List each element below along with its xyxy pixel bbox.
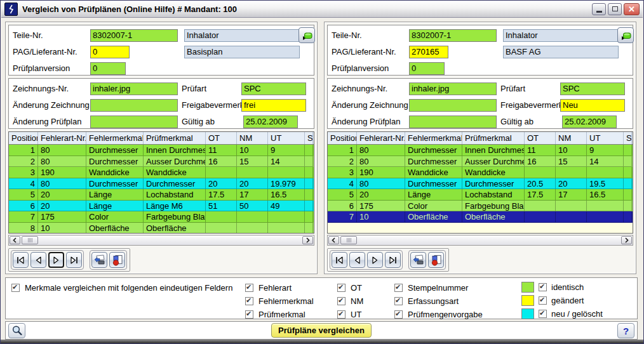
nav-first-button[interactable] — [332, 252, 347, 268]
gueltig-field[interactable]: 25.02.2009 — [243, 116, 298, 128]
nav-previous-button[interactable] — [349, 252, 365, 268]
scroll-left-button[interactable] — [328, 236, 339, 244]
scroll-right-button[interactable] — [621, 236, 632, 244]
search-button[interactable] — [8, 323, 25, 338]
field-checkbox[interactable] — [245, 310, 253, 319]
aenderung-zeichnung-field[interactable] — [90, 99, 178, 112]
column-header[interactable]: Position — [9, 132, 38, 144]
pruefart-field[interactable]: SPC — [241, 83, 306, 95]
table-row[interactable]: 520LängeLochabstand17.51716.5 — [328, 189, 633, 201]
field-checkbox[interactable] — [245, 297, 253, 305]
column-header[interactable]: OT — [206, 132, 237, 144]
table-row[interactable]: 3190WanddickeWanddicke — [9, 167, 314, 178]
column-header[interactable]: Fehlermerkmal — [86, 132, 144, 144]
help-button[interactable]: ? — [617, 323, 634, 338]
table-row[interactable]: 810OberflächeOberfläche — [9, 223, 314, 234]
gueltig-field[interactable]: 25.02.2009 — [562, 116, 617, 128]
compare-field-option: Erfassungsart — [394, 294, 483, 308]
table-cell: 6 — [328, 201, 357, 212]
pag-nr-field[interactable]: 0 — [90, 46, 130, 58]
column-header[interactable]: Position — [328, 132, 357, 144]
field-checkbox[interactable] — [394, 284, 403, 292]
column-header[interactable]: OT — [525, 132, 556, 144]
column-header[interactable]: Prüfmerkmal — [462, 132, 525, 144]
scroll-left-button[interactable] — [10, 236, 20, 244]
table-cell — [268, 211, 305, 223]
column-header[interactable]: S — [305, 132, 313, 144]
version-field[interactable]: 0 — [409, 62, 445, 75]
print-button[interactable] — [91, 252, 107, 268]
scrollbar-thumb[interactable] — [340, 236, 357, 244]
field-checkbox[interactable] — [337, 284, 345, 292]
table-row[interactable]: 3190WanddickeWanddicke — [328, 167, 633, 178]
close-button[interactable]: ✕ — [624, 3, 640, 15]
field-checkbox[interactable] — [337, 297, 345, 305]
open-plan-button[interactable] — [299, 27, 315, 43]
field-checkbox[interactable] — [394, 310, 403, 319]
column-header[interactable]: NM — [556, 132, 587, 144]
horizontal-scrollbar[interactable] — [8, 235, 314, 246]
table-cell: Durchmesser — [86, 145, 144, 156]
table-row[interactable]: 480DurchmesserDurchmesser20.52019.5 — [328, 178, 633, 190]
table-row[interactable]: 6175ColorFarbgebung Blau — [328, 201, 633, 212]
maximize-button[interactable] — [608, 3, 622, 15]
compare-plans-button[interactable]: Prüfpläne vergleichen — [271, 323, 372, 338]
zeichnung-field[interactable]: inhaler.jpg — [90, 83, 178, 95]
table-row[interactable]: 620LängeLänge M6515049 — [9, 201, 314, 212]
table-row[interactable]: 7175ColorFarbgebung Blau — [9, 211, 314, 223]
minimize-button[interactable] — [592, 3, 606, 15]
table-row[interactable]: 480DurchmesserDurchmesser202019.979 — [9, 178, 314, 190]
table-row[interactable]: 180DurchmesserInnen Durchmesser11109 — [9, 145, 314, 156]
chevron-right-icon — [305, 237, 310, 243]
field-checkbox[interactable] — [337, 310, 345, 319]
export-button[interactable] — [428, 252, 444, 268]
nav-next-button[interactable] — [367, 252, 383, 268]
freigabe-field[interactable]: Neu — [560, 99, 625, 112]
export-button[interactable] — [109, 252, 125, 268]
aenderung-zeichnung-field[interactable] — [409, 99, 497, 112]
table-row[interactable]: 280DurchmesserAusser Durchmesser161514 — [9, 156, 314, 168]
legend-checkbox[interactable] — [539, 283, 547, 291]
column-header[interactable]: UT — [587, 132, 624, 144]
nav-last-button[interactable] — [385, 252, 401, 268]
aenderung-pruefplan-field[interactable] — [409, 116, 497, 128]
legend-checkbox[interactable] — [539, 310, 547, 318]
title-bar[interactable]: Vergleich von Prüfplänen (Online Hilfe) … — [1, 1, 643, 18]
table-row[interactable]: 520LängeLochabstand17.51716.5 — [9, 189, 314, 201]
column-header[interactable]: Fehlerart-Nr. — [357, 132, 405, 144]
teile-nr-field[interactable]: 8302007-1 — [409, 29, 497, 42]
column-header[interactable]: Fehlerart-Nr. — [38, 132, 86, 144]
previous-record-icon — [352, 256, 362, 265]
legend-checkbox[interactable] — [539, 296, 547, 305]
field-checkbox[interactable] — [245, 284, 253, 292]
table-cell — [268, 167, 305, 178]
column-header[interactable]: Fehlermerkmal — [405, 132, 462, 144]
version-field[interactable]: 0 — [90, 62, 126, 75]
compare-fields-checkbox[interactable] — [11, 284, 20, 292]
nav-first-button[interactable] — [13, 252, 29, 268]
pruefart-field[interactable]: SPC — [560, 83, 625, 95]
column-header[interactable]: Prüfmerkmal — [144, 132, 206, 144]
nav-previous-button[interactable] — [30, 252, 46, 268]
teile-nr-field[interactable]: 8302007-1 — [90, 29, 178, 42]
scrollbar-thumb[interactable] — [22, 236, 38, 244]
field-checkbox[interactable] — [394, 297, 403, 305]
pag-nr-field[interactable]: 270165 — [409, 46, 448, 58]
column-header[interactable]: S — [624, 132, 632, 144]
freigabe-field[interactable]: frei — [241, 99, 306, 112]
nav-last-button[interactable] — [66, 252, 82, 268]
table-row[interactable]: 180DurchmesserInnen Durchmesser11109 — [328, 145, 633, 156]
zeichnung-field[interactable]: inhaler.jpg — [409, 83, 497, 95]
table-row[interactable]: 280DurchmesserAusser Durchmesser161514 — [328, 156, 633, 168]
table-cell: 9 — [587, 145, 624, 156]
nav-next-button[interactable] — [48, 252, 64, 268]
scroll-right-button[interactable] — [302, 236, 313, 244]
open-plan-button[interactable] — [617, 27, 634, 43]
column-header[interactable]: NM — [237, 132, 268, 144]
aenderung-pruefplan-field[interactable] — [90, 116, 178, 128]
maximize-icon — [612, 6, 618, 11]
horizontal-scrollbar[interactable] — [327, 235, 633, 246]
column-header[interactable]: UT — [268, 132, 305, 144]
print-button[interactable] — [410, 252, 426, 268]
table-row[interactable]: 710OberflächeOberfläche — [328, 211, 633, 223]
